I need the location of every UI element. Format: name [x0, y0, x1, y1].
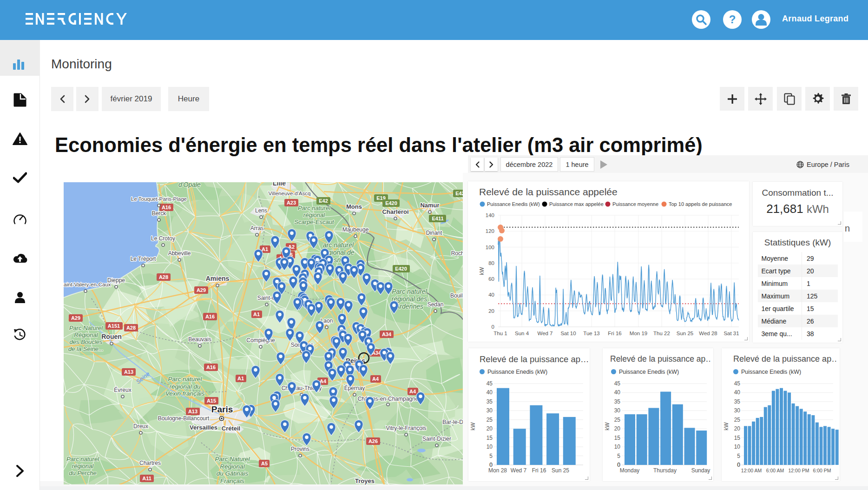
svg-text:Fri 16: Fri 16 [608, 331, 621, 336]
svg-text:60: 60 [488, 276, 494, 282]
svg-text:Amiens: Amiens [206, 275, 230, 282]
svg-text:40: 40 [614, 389, 621, 396]
svg-text:A23: A23 [287, 200, 296, 205]
svg-text:Versailles: Versailles [190, 424, 217, 431]
svg-text:Évreux: Évreux [114, 386, 131, 393]
svg-text:Mon 28: Mon 28 [488, 467, 507, 474]
svg-text:Top 10 appels de puissance: Top 10 appels de puissance [669, 201, 732, 207]
svg-text:Paris: Paris [211, 404, 233, 414]
svg-text:A16: A16 [205, 314, 215, 319]
svg-text:10: 10 [614, 444, 621, 450]
svg-text:Dinant: Dinant [426, 230, 442, 236]
svg-text:Arras: Arras [250, 225, 264, 232]
svg-text:140: 140 [486, 212, 494, 218]
svg-text:20: 20 [614, 425, 621, 432]
svg-text:Saint-Valery-en-Caux: Saint-Valery-en-Caux [64, 282, 111, 287]
svg-text:Wed 7: Wed 7 [537, 331, 552, 336]
svg-text:15: 15 [487, 435, 493, 441]
svg-text:A1: A1 [262, 246, 268, 252]
svg-text:E42: E42 [455, 191, 463, 196]
svg-text:Villeneuve-d'Ascq: Villeneuve-d'Ascq [269, 191, 311, 196]
svg-text:Wed 7: Wed 7 [511, 467, 527, 474]
svg-text:Sunday: Sunday [691, 467, 710, 474]
svg-text:5: 5 [617, 453, 620, 459]
svg-text:E420: E420 [395, 266, 407, 271]
svg-text:A13: A13 [124, 369, 133, 375]
svg-text:Créteil: Créteil [222, 425, 240, 432]
svg-text:35: 35 [487, 398, 493, 405]
svg-text:A13: A13 [188, 409, 197, 414]
svg-text:?: ? [729, 13, 736, 26]
svg-text:25: 25 [487, 417, 493, 423]
svg-text:Abbeville: Abbeville [168, 250, 191, 257]
svg-text:35: 35 [614, 398, 621, 405]
svg-text:Beauvais: Beauvais [188, 336, 211, 343]
svg-text:A5: A5 [261, 461, 268, 466]
svg-text:Bouillo: Bouillo [450, 292, 463, 299]
svg-text:Roche: Roche [451, 250, 463, 257]
svg-text:Mon 19: Mon 19 [630, 331, 647, 336]
svg-text:Le Tréport: Le Tréport [131, 256, 156, 262]
svg-text:Charleroi: Charleroi [382, 208, 408, 215]
svg-text:20: 20 [488, 308, 494, 314]
svg-text:6:00 PM: 6:00 PM [813, 468, 831, 473]
svg-text:25: 25 [734, 417, 741, 423]
svg-text:100: 100 [486, 245, 494, 250]
svg-text:Vitry-le-François: Vitry-le-François [386, 425, 426, 431]
svg-text:Parc naturelrégional duVexin f: Parc naturelrégional duVexin français [165, 376, 205, 397]
svg-text:Sun 4: Sun 4 [515, 331, 529, 336]
svg-text:6:00 AM: 6:00 AM [766, 468, 784, 473]
svg-text:20: 20 [487, 425, 493, 432]
svg-text:Provins: Provins [291, 446, 309, 452]
svg-text:Thu 1: Thu 1 [493, 331, 507, 336]
svg-text:45: 45 [487, 380, 493, 387]
svg-text:Monday: Monday [620, 467, 640, 474]
svg-text:Thu 22: Thu 22 [653, 331, 670, 336]
svg-text:Dreux: Dreux [133, 423, 148, 430]
svg-text:Troyes: Troyes [355, 477, 375, 484]
svg-text:0: 0 [492, 324, 494, 330]
svg-text:Parc NaturelRégionaldes Boucle: Parc NaturelRégionaldes Bouclesde la Sei… [68, 324, 104, 352]
svg-text:kW: kW [723, 422, 730, 430]
svg-text:Puissance moyenne: Puissance moyenne [612, 201, 658, 207]
svg-text:kW: kW [479, 267, 485, 275]
svg-text:12:00 PM: 12:00 PM [789, 468, 809, 473]
svg-text:Fri 16: Fri 16 [532, 467, 546, 474]
svg-text:Sun 25: Sun 25 [552, 467, 569, 474]
svg-text:A29: A29 [71, 315, 80, 321]
svg-text:Relevé de la puissance appelée: Relevé de la puissance appelée [479, 186, 618, 197]
svg-text:Lille: Lille [273, 182, 286, 187]
svg-text:40: 40 [488, 292, 494, 298]
svg-text:80: 80 [488, 260, 494, 266]
svg-text:Saint-Dizier: Saint-Dizier [422, 436, 451, 442]
svg-text:Lens: Lens [255, 207, 267, 214]
svg-text:120: 120 [486, 228, 494, 234]
svg-text:Sat 10: Sat 10 [560, 331, 576, 336]
svg-text:Bar-le-Du: Bar-le-Du [442, 419, 463, 425]
svg-text:30: 30 [487, 407, 493, 414]
svg-text:Wed 28: Wed 28 [699, 331, 717, 336]
svg-text:30: 30 [614, 407, 621, 414]
svg-text:A16: A16 [206, 364, 216, 370]
svg-text:A29: A29 [197, 287, 206, 293]
svg-text:A26: A26 [368, 438, 378, 444]
svg-text:E42: E42 [319, 198, 328, 204]
svg-text:Le Touquet-Paris-Plage: Le Touquet-Paris-Plage [131, 196, 187, 202]
svg-text:Maubeuge: Maubeuge [342, 226, 369, 233]
svg-text:A151: A151 [108, 323, 120, 329]
svg-text:E420: E420 [385, 200, 397, 206]
svg-text:A28: A28 [126, 325, 136, 331]
svg-text:A1: A1 [237, 376, 244, 381]
svg-text:45: 45 [734, 380, 741, 387]
svg-text:15: 15 [614, 435, 621, 441]
svg-text:Mons: Mons [346, 203, 362, 210]
svg-text:Sun 25: Sun 25 [677, 331, 693, 336]
svg-text:15: 15 [734, 435, 741, 441]
svg-text:Thursday: Thursday [653, 467, 677, 474]
svg-text:40: 40 [487, 389, 493, 396]
svg-text:Puissance Enedis (kW): Puissance Enedis (kW) [487, 201, 540, 207]
svg-text:Sat 31: Sat 31 [723, 331, 739, 336]
svg-text:Chartres: Chartres [139, 460, 161, 466]
svg-text:10: 10 [734, 444, 741, 450]
svg-text:Tue 13: Tue 13 [583, 331, 599, 336]
